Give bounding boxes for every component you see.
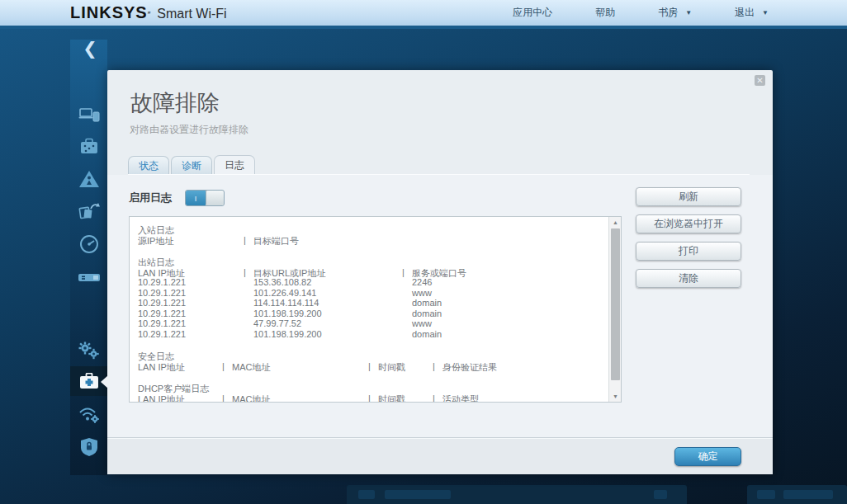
toggle-on-segment: I — [186, 191, 206, 205]
close-icon[interactable]: ✕ — [755, 75, 765, 86]
header-nav: 应用中心帮助书房▼退出▼ — [513, 0, 769, 26]
log-content: 入站日志源IP地址|目标端口号出站日志LAN IP地址|目标URL或IP地址|服… — [138, 224, 600, 403]
linksys-logo: LINKSYS″ Smart Wi-Fi — [70, 3, 227, 22]
side-button-2[interactable]: 打印 — [636, 242, 741, 261]
dialog-title: 故障排除 — [130, 88, 220, 118]
scroll-down-icon[interactable]: ▼ — [609, 391, 622, 402]
sidebar-item-connectivity[interactable] — [70, 335, 107, 366]
brand-text: LINKSYS — [70, 3, 148, 22]
log-section-title: 入站日志 — [138, 224, 600, 235]
side-button-3[interactable]: 清除 — [636, 269, 741, 288]
log-scrollbar[interactable]: ▲ ▼ — [608, 217, 621, 402]
devices-icon — [78, 106, 100, 125]
scrollbar-thumb[interactable] — [611, 228, 620, 380]
tab-0[interactable]: 状态 — [128, 156, 169, 174]
logs-tab-content: 启用日志 I 入站日志源IP地址|目标端口号出站日志LAN IP地址|目标URL… — [107, 175, 773, 437]
log-header-row: 源IP地址|目标端口号 — [138, 235, 600, 246]
toggle-knob[interactable] — [206, 191, 224, 205]
sidebar-item-security[interactable] — [70, 431, 107, 463]
usb-icon — [78, 270, 101, 285]
log-section-title: 出站日志 — [138, 257, 600, 267]
media-arrow-icon — [78, 202, 100, 220]
nav-item-1[interactable]: 帮助 — [595, 6, 615, 20]
log-data-row: 10.29.1.221153.36.108.822246 — [138, 277, 600, 288]
nav-item-3[interactable]: 退出▼ — [735, 6, 769, 20]
wifi-gear-icon — [78, 406, 101, 424]
sidebar-item-speed-test[interactable] — [70, 228, 107, 260]
trademark-mark: ″ — [148, 11, 151, 20]
sidebar-item-guest-access[interactable] — [70, 131, 107, 163]
log-data-row: 10.29.1.221101.198.199.200domain — [138, 309, 600, 319]
log-data-row: 10.29.1.221101.198.199.200domain — [138, 329, 600, 340]
log-header-row: LAN IP地址|目标URL或IP地址|服务或端口号 — [138, 267, 600, 278]
screen: LINKSYS″ Smart Wi-Fi 应用中心帮助书房▼退出▼ ❮ — [0, 0, 847, 504]
log-viewer: 入站日志源IP地址|目标端口号出站日志LAN IP地址|目标URL或IP地址|服… — [129, 216, 622, 403]
suitcase-icon — [78, 138, 100, 156]
dialog-subtitle: 对路由器设置进行故障排除 — [130, 123, 248, 137]
log-section-title: DHCP客户端日志 — [138, 383, 600, 393]
first-aid-kit-icon — [78, 373, 100, 389]
log-data-row: 10.29.1.22147.99.77.52www — [138, 318, 600, 329]
nav-item-2[interactable]: 书房▼ — [658, 6, 692, 20]
gears-icon — [78, 341, 100, 360]
background-widget-card — [347, 485, 687, 504]
sidebar-back-button[interactable]: ❮ — [79, 38, 101, 59]
enable-logs-toggle[interactable]: I — [185, 190, 225, 206]
ok-button[interactable]: 确定 — [674, 447, 741, 466]
side-button-1[interactable]: 在浏览器中打开 — [636, 214, 741, 233]
side-button-0[interactable]: 刷新 — [636, 187, 741, 206]
chevron-down-icon: ▼ — [685, 9, 692, 16]
nav-item-label: 应用中心 — [513, 6, 552, 20]
chevron-down-icon: ▼ — [762, 9, 769, 16]
background-widget-card — [747, 485, 847, 504]
log-action-buttons: 刷新在浏览器中打开打印清除 — [636, 187, 741, 296]
sidebar-item-media-prioritization[interactable] — [70, 195, 107, 227]
tab-1[interactable]: 诊断 — [171, 156, 212, 174]
gauge-icon — [79, 234, 99, 254]
sidebar-item-wireless[interactable] — [70, 399, 107, 431]
sidebar-item-parental-controls[interactable] — [70, 163, 107, 195]
log-header-row: LAN IP地址|MAC地址|时间戳|身份验证结果 — [138, 361, 600, 372]
nav-item-label: 书房 — [658, 6, 678, 20]
product-text: Smart Wi-Fi — [157, 7, 226, 21]
log-data-row: 10.29.1.221114.114.114.114domain — [138, 298, 600, 309]
log-data-row: 10.29.1.221101.226.49.141www — [138, 288, 600, 299]
nav-item-label: 退出 — [735, 6, 755, 20]
active-item-pointer — [101, 375, 108, 389]
troubleshooting-dialog: ✕ 故障排除 对路由器设置进行故障排除 状态诊断日志 启用日志 I 入站日志源I… — [107, 70, 773, 474]
tab-bar: 状态诊断日志 — [128, 156, 750, 175]
shield-lock-icon — [80, 437, 98, 457]
log-section-title: 安全日志 — [138, 351, 600, 361]
dialog-footer: 确定 — [107, 437, 773, 474]
tab-2[interactable]: 日志 — [214, 155, 255, 174]
sidebar-item-external-storage[interactable] — [70, 261, 107, 293]
sidebar-item-network-map[interactable] — [70, 100, 107, 131]
warning-triangle-icon — [78, 170, 100, 189]
app-header: LINKSYS″ Smart Wi-Fi 应用中心帮助书房▼退出▼ — [0, 0, 847, 29]
log-header-row: LAN IP地址|MAC地址|时间戳|活动类型 — [138, 393, 600, 403]
enable-logs-label: 启用日志 — [129, 191, 172, 205]
nav-item-0[interactable]: 应用中心 — [513, 6, 552, 20]
scroll-up-icon[interactable]: ▲ — [609, 217, 622, 228]
nav-item-label: 帮助 — [595, 6, 615, 20]
